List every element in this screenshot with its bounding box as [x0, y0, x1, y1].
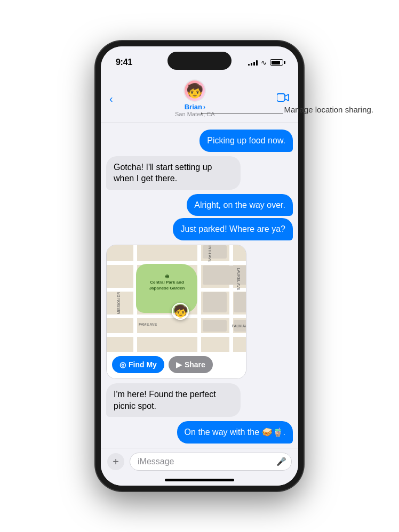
- battery-fill: [272, 61, 280, 65]
- road-label-fame: FAME AVE: [139, 323, 157, 326]
- svg-rect-0: [277, 94, 285, 101]
- message-row: Gotcha! I'll start setting up when I get…: [106, 156, 293, 190]
- map-view: ⊕Central Park andJapanese Garden MISSION…: [107, 245, 246, 352]
- map-message-row: ⊕Central Park andJapanese Garden MISSION…: [106, 245, 293, 379]
- annotation-container: Manage location sharing.: [284, 104, 373, 115]
- message-input[interactable]: iMessage: [130, 453, 292, 471]
- road-label-laurel: LAUREL AVE: [236, 268, 240, 290]
- message-bubble: Just parked! Where are ya?: [173, 218, 293, 240]
- mic-icon[interactable]: 🎤: [276, 457, 286, 466]
- message-row: Just parked! Where are ya?: [106, 218, 293, 240]
- message-bubble: Alright, on the way over.: [187, 194, 293, 216]
- message-bubble: Gotcha! I'll start setting up when I get…: [106, 156, 241, 190]
- map-bubble[interactable]: ⊕Central Park andJapanese Garden MISSION…: [106, 245, 246, 379]
- status-icons: ∿: [248, 59, 283, 67]
- find-my-button[interactable]: ◎ Find My: [112, 356, 164, 373]
- input-placeholder: iMessage: [138, 457, 174, 466]
- message-row: I'm here! Found the perfect picnic spot.: [106, 383, 293, 417]
- wifi-icon: ∿: [261, 59, 267, 67]
- message-row: On the way with the 🥪🧋.: [106, 421, 293, 444]
- message-input-wrapper: iMessage 🎤: [130, 453, 292, 471]
- annotation-arrow: [201, 108, 284, 119]
- home-indicator: [165, 479, 234, 481]
- messages-area: Picking up food now. Gotcha! I'll start …: [101, 123, 298, 448]
- share-icon: ▶: [176, 360, 182, 369]
- signal-icon: [248, 59, 258, 66]
- message-row: Picking up food now.: [106, 130, 293, 152]
- message-row: Alright, on the way over.: [106, 194, 293, 216]
- message-bubble: I'm here! Found the perfect picnic spot.: [106, 383, 241, 417]
- add-button[interactable]: +: [107, 453, 124, 470]
- find-my-label: Find My: [129, 360, 157, 369]
- svg-point-2: [201, 112, 202, 115]
- share-button[interactable]: ▶ Share: [169, 356, 213, 373]
- dynamic-island: [167, 52, 232, 70]
- annotation-text: Manage location sharing.: [284, 105, 373, 114]
- add-icon: +: [113, 456, 119, 468]
- battery-icon: [270, 59, 283, 66]
- back-chevron-icon: ‹: [109, 93, 113, 104]
- road-label-ninth: NINTH AVE: [208, 245, 212, 262]
- avatar: 🧒: [183, 79, 206, 102]
- video-call-button[interactable]: [277, 92, 290, 106]
- road-label-mission: MISSION DR: [117, 292, 121, 315]
- back-button[interactable]: ‹: [109, 93, 113, 104]
- road-label-palm: PALM AVE: [232, 324, 246, 328]
- message-bubble: Picking up food now.: [200, 130, 293, 152]
- map-avatar-pin: 🧒: [172, 303, 189, 320]
- status-time: 9:41: [116, 58, 132, 67]
- share-label: Share: [185, 360, 205, 369]
- video-icon: [277, 93, 290, 102]
- map-buttons: ◎ Find My ▶ Share: [107, 352, 246, 378]
- park-label: ⊕Central Park andJapanese Garden: [138, 273, 196, 291]
- message-bubble: On the way with the 🥪🧋.: [177, 421, 293, 444]
- find-my-icon: ◎: [119, 360, 126, 369]
